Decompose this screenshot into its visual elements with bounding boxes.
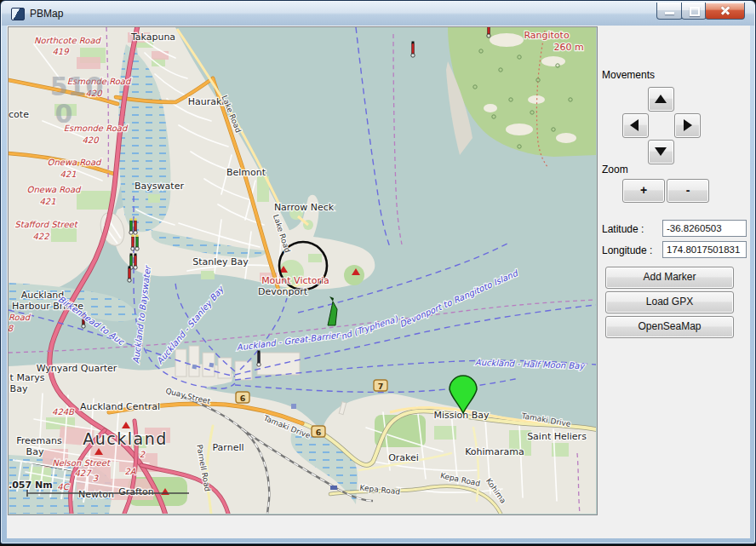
arrow-right-icon	[684, 119, 692, 131]
arrow-up-icon	[655, 95, 667, 103]
map-label: Mount Victoria	[261, 275, 329, 286]
openseamap-button[interactable]: OpenSeaMap	[605, 316, 734, 338]
road-shield: 6	[236, 392, 249, 403]
move-up-button[interactable]	[648, 87, 674, 112]
close-button[interactable]	[705, 3, 745, 20]
map-label: Stanley Bay	[192, 256, 249, 267]
seamark-beacon-icon	[411, 42, 415, 58]
map-label: Esmonde Road	[64, 124, 129, 133]
map-label: 2A	[124, 467, 135, 476]
map-label: 0	[55, 99, 73, 129]
map-label: Northcote Road	[34, 36, 102, 45]
map-label: Freemans	[16, 435, 62, 446]
window-title: PBMap	[30, 8, 63, 20]
map-label: Bay	[26, 446, 44, 457]
map-label: Grafton	[118, 486, 154, 497]
map-label: 427	[74, 468, 92, 478]
map-label: 2	[140, 450, 146, 459]
map-label: Onewa Road	[48, 158, 103, 167]
longitude-input[interactable]	[662, 241, 747, 258]
map-label: 422	[32, 232, 49, 241]
map-label: Takapuna	[130, 32, 175, 43]
seamark-beacon-icon	[128, 267, 131, 283]
title-bar[interactable]: PBMap	[2, 2, 754, 26]
map-label: ach Road	[9, 313, 32, 322]
move-down-button[interactable]	[648, 140, 674, 164]
map-label: Nelson Street	[52, 458, 112, 468]
map-label: Newton	[78, 489, 114, 500]
map-label: 421	[60, 170, 76, 179]
latitude-label: Latitude :	[602, 223, 644, 235]
map-label: Devonport	[258, 286, 308, 297]
map-label: Onewa Road	[27, 185, 83, 194]
latitude-input[interactable]	[662, 220, 747, 237]
add-marker-button[interactable]: Add Marker	[605, 267, 734, 289]
svg-text:6: 6	[240, 394, 246, 403]
svg-text:7: 7	[378, 382, 384, 391]
road-shield: 7	[374, 380, 387, 391]
map-label: 1.057 Nm	[9, 480, 53, 491]
map-label: Bayswater	[135, 181, 184, 192]
map-label: Wynyard Quarter	[37, 363, 117, 374]
app-icon	[11, 8, 25, 20]
map-label: Auckland Central	[80, 401, 160, 412]
road-shield: 6	[312, 426, 325, 437]
zoom-in-button[interactable]: +	[622, 179, 665, 203]
map-label: Kohimarama	[465, 446, 524, 457]
map-label: Hauraki	[188, 96, 225, 107]
map-label: 424B	[52, 407, 75, 417]
longitude-label: Longitude :	[602, 244, 652, 256]
map-label: Auckland	[83, 429, 168, 448]
zoom-out-button[interactable]: -	[667, 179, 709, 203]
minimize-button[interactable]	[656, 3, 683, 20]
map-label: cote	[9, 109, 29, 120]
maximize-icon	[690, 7, 700, 16]
move-right-button[interactable]	[674, 113, 701, 138]
load-gpx-button[interactable]: Load GPX	[605, 291, 734, 313]
map-label: Narrow Neck	[274, 202, 335, 213]
map-label: 419	[52, 47, 70, 56]
map-label: Belmont	[226, 167, 266, 178]
map-label: Rangitoto	[524, 30, 570, 41]
map-label: 260 m	[553, 42, 583, 53]
app-window: PBMap	[0, 0, 756, 544]
zoom-label: Zoom	[602, 164, 628, 175]
seamark-beacon-icon	[257, 351, 261, 367]
minimize-icon	[665, 12, 674, 14]
map-canvas[interactable]: 667 TakapunaHaurakiBelmontNarrow NeckBay…	[9, 27, 596, 514]
seamark-beacon-icon	[487, 27, 490, 37]
maximize-button[interactable]	[681, 3, 707, 20]
map-label: Parnell	[212, 442, 243, 453]
map-label: t Marys	[10, 372, 45, 383]
map-label: Bay	[10, 383, 28, 394]
svg-text:6: 6	[316, 428, 322, 437]
move-left-button[interactable]	[622, 113, 649, 138]
map-label: Stafford Street	[14, 220, 78, 229]
map-label: 3	[93, 474, 99, 483]
map-label: Orakei	[388, 452, 419, 463]
arrow-down-icon	[655, 147, 667, 156]
map-label: 420	[82, 135, 100, 145]
map-view[interactable]: 667 TakapunaHaurakiBelmontNarrow NeckBay…	[8, 26, 598, 515]
map-label: 421	[39, 197, 55, 206]
map-label: 510	[50, 72, 104, 101]
movements-label: Movements	[602, 69, 655, 81]
map-label: Saint Heliers	[527, 431, 587, 442]
map-label: 4C	[57, 482, 70, 491]
arrow-left-icon	[630, 119, 639, 131]
